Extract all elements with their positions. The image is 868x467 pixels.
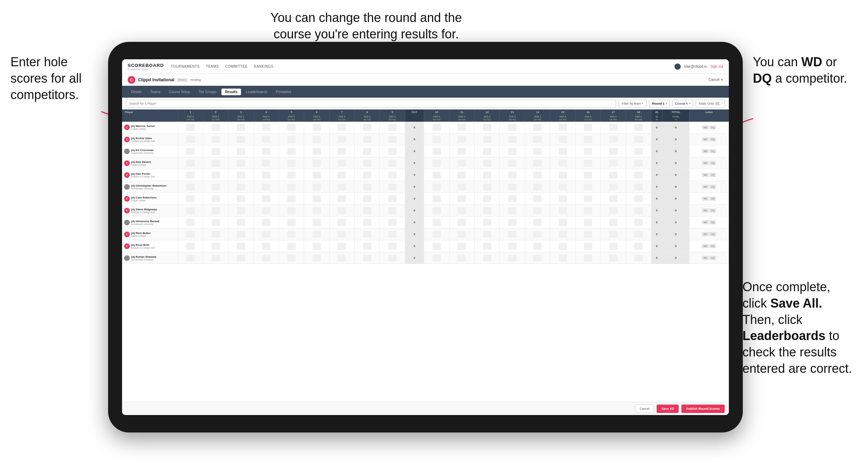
score-input-cell[interactable]: [432, 207, 441, 214]
score-input-cell[interactable]: [287, 183, 296, 190]
score-input-cell[interactable]: [363, 255, 371, 262]
score-input-cell[interactable]: [508, 255, 516, 262]
score-input-cell[interactable]: [212, 160, 220, 167]
hole-9-score[interactable]: [380, 193, 405, 205]
score-input-cell[interactable]: [212, 124, 220, 131]
hole-6-score[interactable]: [304, 181, 329, 193]
score-input-cell[interactable]: [584, 243, 592, 250]
dq-button[interactable]: DQ: [710, 220, 716, 224]
tab-leaderboards[interactable]: Leaderboards: [242, 89, 271, 95]
score-input-cell[interactable]: [584, 219, 592, 226]
hole-7-score[interactable]: [329, 122, 354, 134]
hole-13-score[interactable]: [500, 217, 525, 228]
hole-7-score[interactable]: [329, 157, 354, 169]
score-input-cell[interactable]: [312, 243, 321, 250]
score-input-cell[interactable]: [432, 255, 441, 262]
score-input-cell[interactable]: [483, 183, 491, 190]
hole-16-score[interactable]: [575, 169, 601, 181]
hole-9-score[interactable]: [380, 205, 405, 217]
score-input-cell[interactable]: [262, 255, 270, 262]
score-input-cell[interactable]: [262, 219, 270, 226]
hole-8-score[interactable]: [355, 122, 380, 134]
hole-18-score[interactable]: [626, 134, 651, 145]
score-input-cell[interactable]: [634, 124, 643, 131]
score-input-cell[interactable]: [458, 124, 466, 131]
score-input-cell[interactable]: [483, 172, 491, 179]
score-input-cell[interactable]: [237, 207, 245, 214]
hole-11-score[interactable]: [449, 205, 474, 217]
hole-14-score[interactable]: [525, 169, 550, 181]
score-input-cell[interactable]: [363, 243, 371, 250]
score-input-cell[interactable]: [533, 160, 542, 167]
hole-17-score[interactable]: [601, 134, 626, 145]
score-input-cell[interactable]: [338, 195, 346, 202]
dq-button[interactable]: DQ: [710, 209, 716, 212]
hole-17-score[interactable]: [601, 145, 626, 157]
hole-12-score[interactable]: [475, 181, 500, 193]
hole-13-score[interactable]: [500, 157, 525, 169]
hole-2-score[interactable]: [203, 228, 228, 240]
score-input-cell[interactable]: [533, 219, 542, 226]
hole-12-score[interactable]: [475, 122, 500, 134]
hole-14-score[interactable]: [525, 205, 550, 217]
score-input-cell[interactable]: [559, 172, 567, 179]
hole-15-score[interactable]: [550, 145, 575, 157]
score-input-cell[interactable]: [458, 243, 466, 250]
score-input-cell[interactable]: [237, 243, 245, 250]
hole-11-score[interactable]: [449, 145, 474, 157]
hole-10-score[interactable]: [424, 157, 449, 169]
score-input-cell[interactable]: [338, 231, 346, 238]
tab-results[interactable]: Results: [221, 89, 241, 95]
score-input-cell[interactable]: [363, 195, 371, 202]
score-input-cell[interactable]: [312, 183, 321, 190]
wd-button[interactable]: WD: [702, 197, 709, 201]
hole-10-score[interactable]: [424, 122, 449, 134]
hole-6-score[interactable]: [304, 228, 329, 240]
score-input-cell[interactable]: [262, 160, 270, 167]
hole-16-score[interactable]: [575, 122, 601, 134]
hole-14-score[interactable]: [525, 240, 550, 252]
hole-13-score[interactable]: [500, 205, 525, 217]
hole-13-score[interactable]: [500, 240, 525, 252]
hole-13-score[interactable]: [500, 181, 525, 193]
hole-5-score[interactable]: [279, 240, 304, 252]
score-input-cell[interactable]: [262, 207, 270, 214]
hole-11-score[interactable]: [449, 122, 474, 134]
score-input-cell[interactable]: [508, 207, 516, 214]
score-input-cell[interactable]: [634, 255, 643, 262]
hole-15-score[interactable]: [550, 228, 575, 240]
hole-3-score[interactable]: [228, 145, 254, 157]
score-input-cell[interactable]: [483, 195, 491, 202]
score-input-cell[interactable]: [432, 243, 441, 250]
hole-10-score[interactable]: [424, 134, 449, 145]
dq-button[interactable]: DQ: [710, 256, 716, 260]
hole-3-score[interactable]: [228, 252, 254, 264]
hole-6-score[interactable]: [304, 193, 329, 205]
score-input-cell[interactable]: [559, 124, 567, 131]
score-input-cell[interactable]: [312, 207, 321, 214]
hole-17-score[interactable]: [601, 252, 626, 264]
hole-14-score[interactable]: [525, 228, 550, 240]
hole-3-score[interactable]: [228, 228, 254, 240]
score-input-cell[interactable]: [533, 243, 542, 250]
score-input-cell[interactable]: [287, 243, 296, 250]
hole-2-score[interactable]: [203, 205, 228, 217]
score-input-cell[interactable]: [338, 255, 346, 262]
hole-8-score[interactable]: [355, 240, 380, 252]
score-input-cell[interactable]: [212, 255, 220, 262]
hole-18-score[interactable]: [626, 122, 651, 134]
dq-button[interactable]: DQ: [710, 149, 716, 153]
hole-14-score[interactable]: [525, 181, 550, 193]
score-input-cell[interactable]: [363, 207, 371, 214]
score-input-cell[interactable]: [508, 219, 516, 226]
wd-button[interactable]: WD: [702, 149, 709, 153]
score-input-cell[interactable]: [312, 255, 321, 262]
hole-17-score[interactable]: [601, 169, 626, 181]
hole-3-score[interactable]: [228, 169, 254, 181]
hole-4-score[interactable]: [254, 252, 279, 264]
hole-12-score[interactable]: [475, 134, 500, 145]
score-input-cell[interactable]: [483, 160, 491, 167]
hole-13-score[interactable]: [500, 193, 525, 205]
wd-button[interactable]: WD: [702, 185, 709, 189]
score-input-cell[interactable]: [312, 195, 321, 202]
